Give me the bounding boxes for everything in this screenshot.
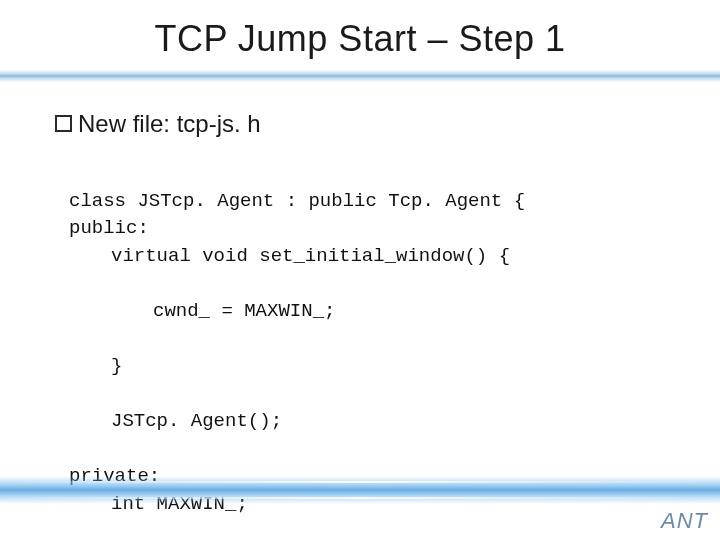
title-underline-decoration bbox=[0, 70, 720, 82]
bullet-text: New file: tcp-js. h bbox=[78, 110, 261, 138]
logo-text: ANT bbox=[661, 508, 708, 534]
slide-title-area: TCP Jump Start – Step 1 bbox=[0, 0, 720, 82]
footer-decoration bbox=[0, 476, 720, 504]
code-line: JSTcp. Agent(); bbox=[69, 408, 665, 436]
code-line: cwnd_ = MAXWIN_; bbox=[69, 298, 665, 326]
code-line: } bbox=[69, 353, 665, 381]
slide-content: New file: tcp-js. h class JSTcp. Agent :… bbox=[0, 82, 720, 540]
square-bullet-icon bbox=[55, 115, 72, 132]
slide-title: TCP Jump Start – Step 1 bbox=[0, 18, 720, 60]
code-line: public: bbox=[69, 217, 149, 239]
code-line: virtual void set_initial_window() { bbox=[69, 243, 665, 271]
bullet-item: New file: tcp-js. h bbox=[55, 110, 665, 138]
code-line: class JSTcp. Agent : public Tcp. Agent { bbox=[69, 190, 525, 212]
